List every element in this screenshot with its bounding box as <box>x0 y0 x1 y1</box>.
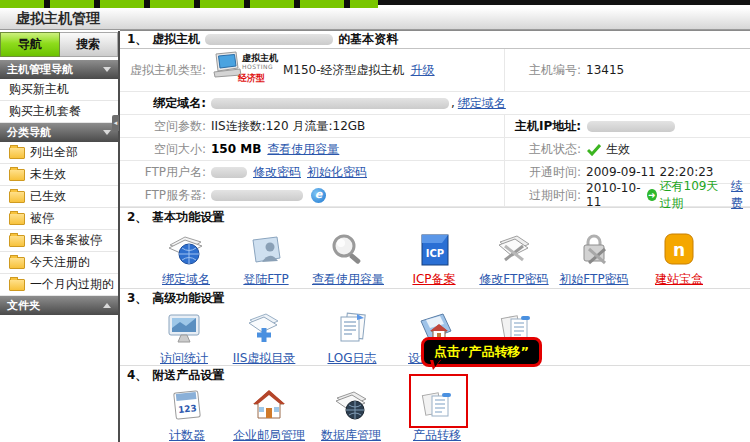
row-ftp-server: FTP服务器: e 过期时间: 2010-10-11 ➜ 还有109天过期 续费 <box>120 184 750 207</box>
section3-heading: 3、 高级功能设置 <box>120 288 750 307</box>
section-title: 虚拟主机 <box>152 31 200 48</box>
feature-view-usage[interactable]: 查看使用容量 <box>300 232 396 288</box>
row-space-params: 空间参数: IIS连接数:120 月流量:12GB 主机IP地址: <box>120 115 750 138</box>
row-host-ip: 主机IP地址: <box>504 115 750 137</box>
magnifier-icon <box>300 232 396 270</box>
section-number: 3、 <box>127 290 147 307</box>
section-title: 附送产品设置 <box>152 367 224 384</box>
reset-password-link[interactable]: 初始化密码 <box>307 164 367 181</box>
feature-init-ftp-password[interactable]: 初始FTP密码 <box>546 232 642 288</box>
field-label: 主机编号: <box>505 62 581 79</box>
virtual-host-manager-page: { "page": { "title": "虚拟主机管理" }, "sideba… <box>0 0 750 442</box>
field-label: 过期时间: <box>505 187 581 204</box>
feature-label[interactable]: 绑定域名 <box>162 272 210 286</box>
sidebar-item-stopped-no-icp[interactable]: 因未备案被停 <box>0 230 118 252</box>
feature-iis-virtual-dir[interactable]: IIS虚拟目录 <box>216 311 312 367</box>
green-arrow-icon: ➜ <box>647 189 656 201</box>
sidebar-item-label: 一个月内过期的 <box>30 276 114 293</box>
group-header-host-management[interactable]: 主机管理导航 <box>0 60 118 79</box>
view-usage-link[interactable]: 查看使用容量 <box>267 141 339 158</box>
feature-label[interactable]: 查看使用容量 <box>312 272 384 286</box>
tab-search[interactable]: 搜索 <box>60 32 119 57</box>
field-label: 绑定域名: <box>120 95 206 112</box>
hosting-type-badge-icon: 虚拟主机 HOSTING 经济型 <box>212 50 278 90</box>
upgrade-link[interactable]: 升级 <box>411 62 435 79</box>
sidebar-item-label: 购买新主机 <box>9 81 69 98</box>
feature-label[interactable]: 修改FTP密码 <box>479 272 548 286</box>
space-size-value: 150 MB <box>211 142 261 156</box>
sidebar-item-buy-host-plan[interactable]: 购买主机套餐 <box>0 101 118 123</box>
field-label: FTP服务器: <box>120 187 206 204</box>
sidebar-item-registered-today[interactable]: 今天注册的 <box>0 252 118 274</box>
feature-label[interactable]: 企业邮局管理 <box>233 428 305 442</box>
field-label: 主机IP地址: <box>505 118 581 135</box>
feature-sitebuilder-box[interactable]: n 建站宝盒 <box>631 232 727 288</box>
masked-host-name <box>205 34 333 45</box>
sidebar-item-label: 被停 <box>30 210 54 227</box>
folder-icon <box>9 257 25 269</box>
feature-label[interactable]: 产品转移 <box>413 428 461 442</box>
sidebar-item-not-active[interactable]: 未生效 <box>0 164 118 186</box>
row-space-size: 空间大小: 150 MB 查看使用容量 主机状态: 生效 <box>120 138 750 161</box>
host-type-value: M150-经济型虚拟主机 <box>283 62 405 79</box>
group-header-label: 分类导航 <box>7 125 51 140</box>
tab-label: 搜索 <box>76 36 100 53</box>
sidebar-item-buy-new-host[interactable]: 购买新主机 <box>0 79 118 101</box>
sidebar-item-stopped[interactable]: 被停 <box>0 208 118 230</box>
sidebar-item-label: 因未备案被停 <box>30 232 102 249</box>
folder-icon <box>9 279 25 291</box>
chevron-down-icon <box>103 67 111 72</box>
renew-link[interactable]: 续费 <box>731 178 750 212</box>
days-remaining-text: 还有109天过期 <box>660 178 725 212</box>
sidebar-item-active[interactable]: 已生效 <box>0 186 118 208</box>
top-strip-black-bar <box>378 0 750 5</box>
sidebar-item-expiring-in-month[interactable]: 一个月内过期的 <box>0 274 118 296</box>
field-label: 空间大小: <box>120 141 206 158</box>
title-bar: 虚拟主机管理 <box>0 8 750 30</box>
callout-bubble: 点击“产品转移” <box>421 337 542 367</box>
chevron-up-icon <box>103 303 111 308</box>
change-password-link[interactable]: 修改密码 <box>253 164 301 181</box>
sidebar-item-list-all[interactable]: 列出全部 <box>0 142 118 164</box>
folder-icon <box>9 235 25 247</box>
masked-ftp-user <box>211 167 247 178</box>
field-label: 空间参数: <box>120 118 206 135</box>
masked-domain-value <box>211 98 449 109</box>
feature-label[interactable]: 初始FTP密码 <box>559 272 628 286</box>
sidebar-tabs: 导航 搜索 <box>0 32 118 57</box>
section2-features: 绑定域名 登陆FTP 查看使用容量 <box>120 226 750 288</box>
feature-label[interactable]: 访问统计 <box>160 351 208 365</box>
row-bound-domain: 绑定域名: , 绑定域名 <box>120 92 750 115</box>
feature-log[interactable]: LOG日志 <box>304 311 400 367</box>
group-header-folders[interactable]: 文件夹 <box>0 296 118 315</box>
feature-label[interactable]: ICP备案 <box>412 272 455 286</box>
feature-database-management[interactable]: 数据库管理 <box>303 388 399 442</box>
feature-label[interactable]: 数据库管理 <box>321 428 381 442</box>
lock-tools-icon <box>546 232 642 270</box>
feature-label[interactable]: 登陆FTP <box>243 272 288 286</box>
row-expire-time: 过期时间: 2010-10-11 ➜ 还有109天过期 续费 <box>504 184 750 206</box>
svg-text:ICP: ICP <box>426 248 444 259</box>
field-label: 虚拟主机类型: <box>120 62 206 79</box>
callout-text: 点击“产品转移” <box>434 344 529 359</box>
section-number: 2、 <box>127 209 147 226</box>
sidebar-item-label: 已生效 <box>30 188 66 205</box>
top-strip-green-segments <box>0 0 378 8</box>
feature-label[interactable]: LOG日志 <box>327 351 376 365</box>
section-number: 4、 <box>127 367 147 384</box>
feature-label[interactable]: 计数器 <box>169 428 205 442</box>
separator-text: , <box>451 96 455 110</box>
ie-browser-icon[interactable]: e <box>311 188 326 203</box>
bind-domain-link[interactable]: 绑定域名 <box>458 95 506 112</box>
group-header-category-nav[interactable]: 分类导航 <box>0 123 118 142</box>
n-box-icon: n <box>631 232 727 270</box>
expire-date-value: 2010-10-11 <box>586 181 641 209</box>
sidebar: 导航 搜索 主机管理导航 购买新主机 购买主机套餐 分类导航 列出全部 未生效 … <box>0 31 120 442</box>
feature-label[interactable]: 建站宝盒 <box>655 272 703 286</box>
svg-text:123: 123 <box>178 403 198 415</box>
feature-label[interactable]: IIS虚拟目录 <box>233 351 296 365</box>
sidebar-collapse-handle[interactable]: ◂ <box>112 115 119 131</box>
row-ftp-user: FTP用户名: 修改密码 初始化密码 开通时间: 2009-09-11 22:2… <box>120 161 750 184</box>
badge-text: 经济型 <box>238 72 265 85</box>
tab-navigation[interactable]: 导航 <box>0 32 60 57</box>
